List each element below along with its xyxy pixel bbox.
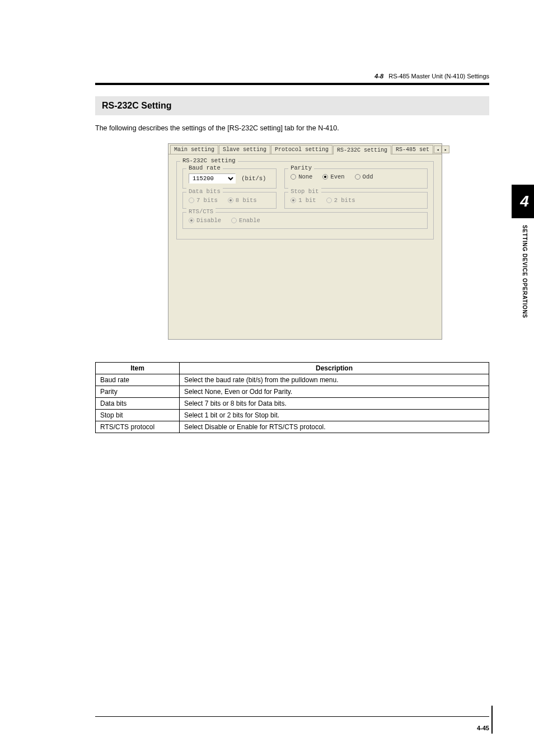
tab-rs485-setting[interactable]: RS-485 set [392,145,433,154]
stop-bit-legend: Stop bit [288,188,321,195]
data-bits-group: Data bits 7 bits 8 bits [182,192,277,209]
table-item: Data bits [96,398,180,410]
table-head-item: Item [96,363,180,374]
tab-scroll-left-icon[interactable]: ◂ [434,145,442,153]
header-divider [95,83,489,85]
table-desc: Select Disable or Enable for RTS/CTS pro… [180,421,489,433]
chapter-title: SETTING DEVICE OPERATIONS [522,225,528,318]
rs232c-group-legend: RS-232C setting [180,157,238,164]
footer-divider [95,716,489,717]
tab-main-setting[interactable]: Main setting [170,145,218,154]
parity-legend: Parity [288,165,314,171]
parity-odd-label: Odd [363,173,373,180]
table-item: RTS/CTS protocol [96,421,180,433]
baud-rate-group: Baud rate 115200 (bit/s) [182,168,277,189]
table-desc: Select the baud rate (bit/s) from the pu… [180,374,489,386]
data-bits-7-label: 7 bits [196,197,218,204]
parity-group: Parity None Even [284,168,428,189]
chapter-tab: 4 SETTING DEVICE OPERATIONS [512,185,534,318]
stop-bit-2-label: 2 bits [334,197,355,204]
tab-scroll-right-icon[interactable]: ▸ [442,145,449,153]
parity-odd-radio[interactable]: Odd [355,173,373,180]
rs232c-group: RS-232C setting Baud rate 115200 (bit/s)… [176,161,434,240]
description-table: Item Description Baud rate Select the ba… [95,362,489,433]
baud-rate-unit: (bit/s) [241,175,266,182]
table-desc: Select 1 bit or 2 bits for Stop bit. [180,410,489,421]
table-row: Baud rate Select the baud rate (bit/s) f… [96,374,489,386]
rts-cts-enable-label: Enable [239,217,260,224]
radio-icon [231,218,237,223]
section-heading: RS-232C Setting [95,96,489,115]
rts-cts-disable-radio[interactable]: Disable [189,217,221,224]
settings-dialog: Main setting Slave setting Protocol sett… [168,143,442,340]
data-bits-legend: Data bits [186,188,223,195]
data-bits-8-radio[interactable]: 8 bits [228,197,257,204]
table-item: Parity [96,386,180,398]
table-desc: Select 7 bits or 8 bits for Data bits. [180,398,489,410]
table-row: RTS/CTS protocol Select Disable or Enabl… [96,421,489,433]
header-section-title: RS-485 Master Unit (N-410) Settings [388,73,489,79]
tab-scroll: ◂ ▸ [434,145,449,153]
chapter-number: 4 [512,185,534,218]
data-bits-7-radio[interactable]: 7 bits [189,197,218,204]
parity-none-radio[interactable]: None [291,173,312,180]
tab-slave-setting[interactable]: Slave setting [219,145,270,154]
data-bits-8-label: 8 bits [236,197,257,204]
page-number: 4-45 [477,725,489,731]
radio-icon [228,198,233,203]
parity-none-label: None [298,173,312,180]
parity-even-label: Even [330,173,344,180]
rts-cts-legend: RTS/CTS [186,208,216,215]
radio-icon [326,198,332,203]
radio-icon [291,174,296,180]
rts-cts-enable-radio[interactable]: Enable [231,217,260,224]
table-row: Data bits Select 7 bits or 8 bits for Da… [96,398,489,410]
intro-text: The following describes the settings of … [95,124,489,132]
table-row: Parity Select None, Even or Odd for Pari… [96,386,489,398]
page-header: 4-8 RS-485 Master Unit (N-410) Settings [95,73,489,79]
baud-rate-legend: Baud rate [186,165,223,171]
table-head-desc: Description [180,363,489,374]
table-desc: Select None, Even or Odd for Parity. [180,386,489,398]
table-item: Stop bit [96,410,180,421]
radio-icon [291,198,296,203]
radio-icon [189,198,194,203]
tab-rs232c-setting[interactable]: RS-232C setting [333,145,391,154]
stop-bit-1-label: 1 bit [298,197,316,204]
baud-rate-select[interactable]: 115200 [189,173,236,184]
stop-bit-group: Stop bit 1 bit 2 bits [284,192,428,209]
radio-icon [189,218,194,223]
rts-cts-group: RTS/CTS Disable Enable [182,212,428,229]
table-row: Stop bit Select 1 bit or 2 bits for Stop… [96,410,489,421]
table-item: Baud rate [96,374,180,386]
stop-bit-2-radio[interactable]: 2 bits [326,197,355,204]
radio-icon [322,174,328,180]
rts-cts-disable-label: Disable [196,217,221,224]
tab-protocol-setting[interactable]: Protocol setting [271,145,332,154]
stop-bit-1-radio[interactable]: 1 bit [291,197,316,204]
footer-corner-bar [491,706,493,734]
header-section-num: 4-8 [374,73,383,79]
radio-icon [355,174,360,180]
parity-even-radio[interactable]: Even [322,173,344,180]
tab-strip: Main setting Slave setting Protocol sett… [168,144,442,154]
